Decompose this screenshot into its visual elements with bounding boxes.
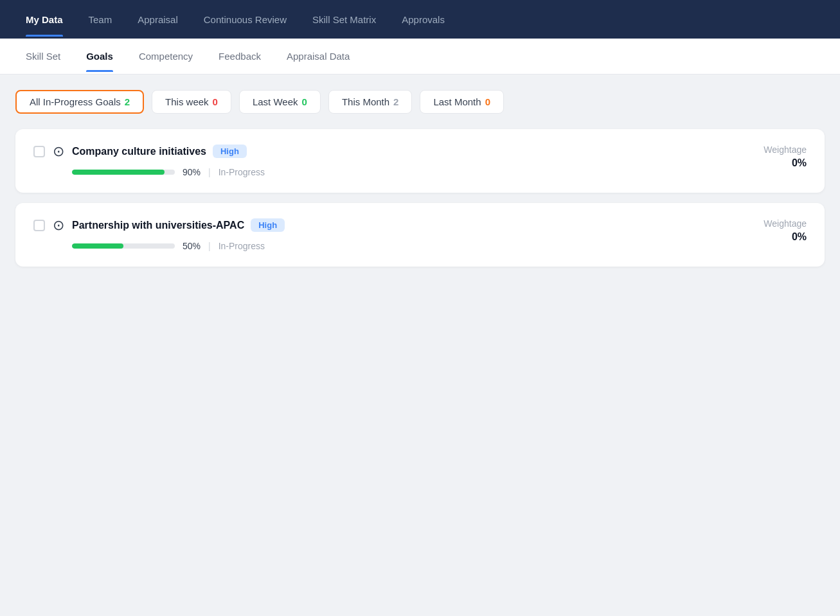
goal-1-progress-fill (72, 170, 165, 175)
filter-this-week-label: This week (165, 96, 209, 107)
goal-1-weightage-label: Weightage (764, 145, 807, 155)
main-content: All In-Progress Goals 2 This week 0 Last… (0, 75, 840, 616)
goal-card-2: ⊙ Partnership with universities-APAC Hig… (15, 203, 825, 267)
goal-1-progress-track (72, 170, 175, 175)
goal-2-target-icon: ⊙ (53, 217, 64, 234)
goal-2-checkbox[interactable] (33, 220, 45, 231)
goal-2-progress-pct: 50% (183, 241, 201, 251)
sub-nav-competency[interactable]: Competency (129, 40, 203, 72)
top-nav-my-data[interactable]: My Data (15, 3, 73, 37)
filter-last-month[interactable]: Last Month 0 (420, 90, 504, 114)
filter-last-week[interactable]: Last Week 0 (239, 90, 321, 114)
filter-this-month-label: This Month (342, 96, 389, 107)
goal-1-title-row: Company culture initiatives High (72, 145, 753, 158)
goal-1-target-icon: ⊙ (53, 143, 64, 160)
top-navigation: My Data Team Appraisal Continuous Review… (0, 0, 840, 39)
goal-2-status: In-Progress (219, 241, 265, 251)
goal-1-divider: | (208, 167, 211, 177)
goal-card-1-left: ⊙ Company culture initiatives High 90% |… (33, 145, 753, 177)
goal-card-1: ⊙ Company culture initiatives High 90% |… (15, 129, 825, 193)
goal-2-divider: | (208, 241, 211, 251)
sub-nav-goals[interactable]: Goals (76, 40, 123, 72)
top-nav-appraisal[interactable]: Appraisal (127, 3, 188, 37)
goal-2-title: Partnership with universities-APAC (72, 220, 244, 231)
top-nav-continuous-review[interactable]: Continuous Review (193, 3, 297, 37)
goal-2-weightage: Weightage 0% (764, 218, 807, 243)
goal-1-badge: High (213, 145, 247, 158)
goal-1-body: Company culture initiatives High 90% | I… (72, 145, 753, 177)
goal-card-2-left: ⊙ Partnership with universities-APAC Hig… (33, 218, 753, 251)
filter-last-month-label: Last Month (433, 96, 481, 107)
top-nav-team[interactable]: Team (78, 3, 123, 37)
filter-row: All In-Progress Goals 2 This week 0 Last… (15, 90, 825, 114)
goal-1-progress-row: 90% | In-Progress (72, 167, 753, 177)
goal-1-weightage: Weightage 0% (764, 145, 807, 169)
filter-this-month-count: 2 (393, 96, 398, 107)
filter-last-week-count: 0 (302, 96, 307, 107)
goal-2-progress-row: 50% | In-Progress (72, 241, 753, 251)
goal-2-progress-fill (72, 243, 123, 249)
goal-2-body: Partnership with universities-APAC High … (72, 218, 753, 251)
top-nav-skill-set-matrix[interactable]: Skill Set Matrix (302, 3, 386, 37)
filter-all-in-progress[interactable]: All In-Progress Goals 2 (15, 90, 144, 114)
goal-1-title: Company culture initiatives (72, 146, 206, 157)
sub-nav-feedback[interactable]: Feedback (208, 40, 271, 72)
goal-2-weightage-value: 0% (764, 231, 807, 243)
filter-all-count: 2 (125, 96, 130, 107)
filter-this-month[interactable]: This Month 2 (328, 90, 413, 114)
goal-1-progress-pct: 90% (183, 167, 201, 177)
filter-this-week[interactable]: This week 0 (152, 90, 231, 114)
goals-list: ⊙ Company culture initiatives High 90% |… (15, 129, 825, 267)
goal-2-weightage-label: Weightage (764, 218, 807, 229)
filter-last-month-count: 0 (485, 96, 490, 107)
top-nav-approvals[interactable]: Approvals (391, 3, 455, 37)
filter-this-week-count: 0 (213, 96, 218, 107)
goal-1-status: In-Progress (219, 167, 265, 177)
sub-nav-skill-set[interactable]: Skill Set (15, 40, 71, 72)
sub-nav-appraisal-data[interactable]: Appraisal Data (276, 40, 360, 72)
filter-all-label: All In-Progress Goals (30, 96, 121, 107)
goal-1-weightage-value: 0% (764, 157, 807, 169)
goal-2-badge: High (251, 218, 285, 232)
sub-navigation: Skill Set Goals Competency Feedback Appr… (0, 39, 840, 75)
goal-1-checkbox[interactable] (33, 146, 45, 157)
goal-2-progress-track (72, 243, 175, 249)
goal-2-title-row: Partnership with universities-APAC High (72, 218, 753, 232)
filter-last-week-label: Last Week (253, 96, 298, 107)
